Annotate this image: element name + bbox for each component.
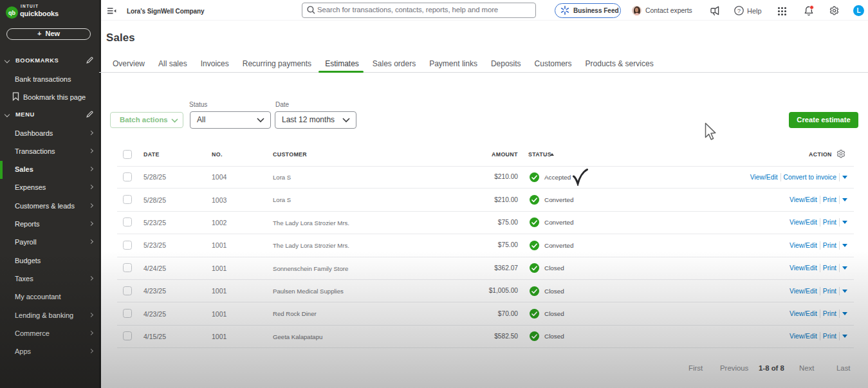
svg-text:?: ? [737, 6, 741, 14]
